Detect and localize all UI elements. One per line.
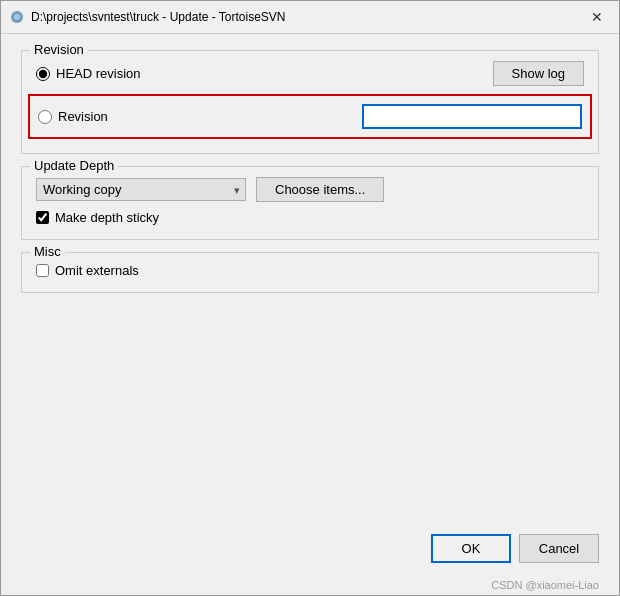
title-bar-left: D:\projects\svntest\truck - Update - Tor… [9,9,286,25]
make-depth-sticky-row: Make depth sticky [36,210,584,225]
depth-select[interactable]: Working copy Fully recursive Immediate c… [36,178,246,201]
make-depth-sticky-label[interactable]: Make depth sticky [55,210,159,225]
revision-input-row: Revision [28,94,592,139]
revision-label[interactable]: Revision [58,109,108,124]
svg-point-1 [14,14,20,20]
revision-input[interactable] [362,104,582,129]
head-revision-label[interactable]: HEAD revision [56,66,141,81]
omit-externals-label[interactable]: Omit externals [55,263,139,278]
update-depth-group: Update Depth Working copy Fully recursiv… [21,166,599,240]
revision-group-label: Revision [30,42,88,57]
omit-externals-row: Omit externals [36,263,584,278]
head-revision-radio[interactable] [36,67,50,81]
window-title: D:\projects\svntest\truck - Update - Tor… [31,10,286,24]
show-log-button[interactable]: Show log [493,61,584,86]
bottom-buttons: OK Cancel [1,524,619,579]
update-depth-group-label: Update Depth [30,158,118,173]
watermark: CSDN @xiaomei-Liao [1,579,619,595]
cancel-button[interactable]: Cancel [519,534,599,563]
depth-row: Working copy Fully recursive Immediate c… [36,177,584,202]
ok-button[interactable]: OK [431,534,511,563]
choose-items-button[interactable]: Choose items... [256,177,384,202]
close-button[interactable]: ✕ [583,7,611,27]
head-revision-row: HEAD revision Show log [36,61,584,86]
head-revision-option: HEAD revision [36,66,141,81]
main-window: D:\projects\svntest\truck - Update - Tor… [0,0,620,596]
misc-group-label: Misc [30,244,65,259]
tortoise-icon [9,9,25,25]
title-bar: D:\projects\svntest\truck - Update - Tor… [1,1,619,34]
revision-group: Revision HEAD revision Show log Revision [21,50,599,154]
revision-radio[interactable] [38,110,52,124]
dialog-content: Revision HEAD revision Show log Revision [1,34,619,524]
revision-option: Revision [38,109,108,124]
omit-externals-checkbox[interactable] [36,264,49,277]
title-bar-right: ✕ [583,7,611,27]
misc-group: Misc Omit externals [21,252,599,293]
depth-select-wrapper: Working copy Fully recursive Immediate c… [36,178,246,201]
make-depth-sticky-checkbox[interactable] [36,211,49,224]
